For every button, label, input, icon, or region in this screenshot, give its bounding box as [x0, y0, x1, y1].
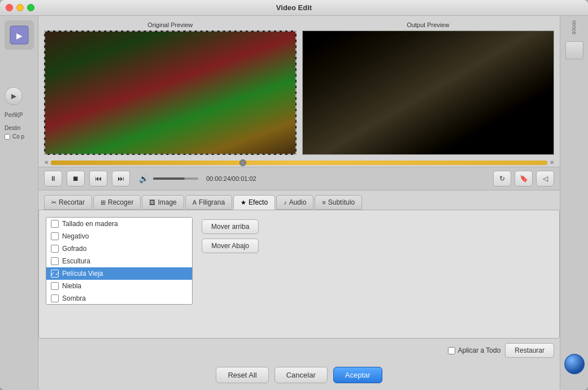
effect-checkbox-gofrado[interactable] [51, 245, 59, 253]
effect-checkbox-sombra[interactable] [51, 294, 59, 302]
effects-list-container: Tallado en madera Negativo Gofrado [46, 217, 193, 331]
time-display: 00:00:24/00:01:02 [206, 175, 256, 182]
cancel-button[interactable]: Cancelar [275, 367, 328, 383]
stop-button[interactable]: ⏹ [67, 171, 85, 187]
main-window: Video Edit ▶ ▶ Perfil(P Destin Co p [0, 0, 588, 390]
apply-all-label: Aplicar a Todo [448, 346, 500, 354]
effect-label-gofrado: Gofrado [62, 245, 86, 253]
blue-orb [564, 354, 585, 374]
tab-filigrana-label: Filigrana [199, 198, 225, 206]
filigrana-icon: A [193, 199, 197, 206]
center-area: Original Preview Output Preview [38, 16, 560, 390]
effect-checkbox-niebla[interactable] [51, 282, 59, 290]
output-preview-panel: Output Preview [302, 21, 555, 155]
timeline-close-right[interactable]: ✕ [550, 159, 554, 166]
effect-item-escultura[interactable]: Escultura [46, 255, 192, 267]
effect-item-pelicula[interactable]: ✓ Película Vieja [46, 267, 192, 280]
tab-filigrana[interactable]: A Filigrana [185, 195, 232, 210]
output-video [303, 31, 554, 154]
close-button[interactable] [6, 4, 13, 11]
svg-text:▶: ▶ [16, 31, 22, 40]
controls-bar: ⏸ ⏹ ⏮ ⏭ 🔊 00:00:24/00:01:02 ↻ 🔖 ◁ [38, 167, 560, 190]
tab-image-label: Image [158, 198, 176, 206]
tab-subtitulo[interactable]: ≡ Subtítulo [315, 195, 362, 210]
title-bar: Video Edit [0, 0, 588, 16]
effect-label-tallado: Tallado en madera [62, 220, 118, 228]
right-controls: ↻ 🔖 ◁ [493, 171, 554, 187]
effect-item-sombra[interactable]: Sombra [46, 292, 192, 305]
effect-item-niebla[interactable]: Niebla [46, 280, 192, 292]
bottom-buttons: Reset All Cancelar Aceptar [38, 362, 560, 390]
copy-label: Co p [12, 133, 24, 140]
effect-label-niebla: Niebla [62, 282, 81, 290]
right-panel-box [565, 41, 583, 59]
volume-slider[interactable] [153, 177, 198, 180]
reference-text: rence [571, 20, 577, 34]
effect-checkbox-escultura[interactable] [51, 257, 59, 265]
destino-label: Destin [5, 125, 20, 131]
audio-ctrl-button[interactable]: ◁ [536, 171, 554, 187]
tab-efecto-label: Efecto [249, 198, 268, 206]
image-icon: 🖼 [149, 199, 155, 206]
preview-section: Original Preview Output Preview [38, 16, 560, 158]
profil-label: Perfil(P [5, 112, 23, 118]
effect-checkbox-tallado[interactable] [51, 220, 59, 228]
subtitulo-icon: ≡ [322, 199, 325, 206]
right-sidebar: rence [560, 16, 588, 390]
window-controls [6, 4, 34, 11]
move-up-button[interactable]: Mover arriba [202, 219, 259, 234]
tab-audio[interactable]: ♪ Audio [276, 195, 313, 210]
pause-button[interactable]: ⏸ [44, 171, 62, 187]
tab-image[interactable]: 🖼 Image [142, 195, 184, 210]
minimize-button[interactable] [16, 4, 24, 11]
move-down-button[interactable]: Mover Abajo [202, 239, 259, 253]
effect-item-tallado[interactable]: Tallado en madera [46, 218, 192, 230]
effect-item-negativo[interactable]: Negativo [46, 230, 192, 242]
sidebar-icon-top: ▶ [5, 20, 34, 50]
prev-button[interactable]: ⏮ [89, 171, 107, 187]
effect-label-negativo: Negativo [62, 232, 89, 240]
main-content: ▶ ▶ Perfil(P Destin Co p Original Previe… [0, 16, 588, 390]
recoger-icon: ⊞ [101, 199, 106, 206]
reset-all-button[interactable]: Reset All [216, 367, 268, 383]
tab-recoger-label: Recoger [108, 198, 133, 206]
effect-checkbox-negativo[interactable] [51, 232, 59, 240]
effects-list: Tallado en madera Negativo Gofrado [46, 217, 193, 305]
effect-checkbox-pelicula[interactable]: ✓ [51, 270, 59, 278]
original-video [45, 32, 295, 154]
accept-button[interactable]: Aceptar [333, 367, 382, 383]
original-preview-label: Original Preview [147, 21, 193, 28]
effect-item-gofrado[interactable]: Gofrado [46, 242, 192, 255]
maximize-button[interactable] [27, 4, 34, 11]
svg-point-2 [565, 354, 584, 374]
checkmark-pelicula: ✓ [50, 271, 55, 277]
tab-efecto[interactable]: ★ Efecto [233, 195, 275, 210]
output-preview-frame [302, 31, 555, 155]
copy-row: Co p [5, 133, 24, 140]
apply-all-checkbox[interactable] [448, 347, 455, 354]
next-button[interactable]: ⏭ [112, 171, 130, 187]
bottom-options: Aplicar a Todo Restaurar [38, 339, 560, 362]
tab-subtitulo-label: Subtítulo [328, 198, 355, 206]
bookmark-button[interactable]: 🔖 [515, 171, 533, 187]
content-panel: Tallado en madera Negativo Gofrado [38, 210, 560, 339]
apply-all-text: Aplicar a Todo [458, 346, 500, 354]
tab-recortar-label: Recortar [59, 198, 85, 206]
effect-label-escultura: Escultura [62, 257, 90, 265]
tab-recoger[interactable]: ⊞ Recoger [93, 195, 141, 210]
output-preview-label: Output Preview [407, 21, 449, 28]
timeline-area: ✕ ✕ [38, 158, 560, 167]
play-side-button[interactable]: ▶ [5, 87, 23, 105]
original-preview-panel: Original Preview [44, 21, 297, 155]
restore-button[interactable]: Restaurar [505, 343, 554, 358]
timeline-close-left[interactable]: ✕ [44, 159, 49, 166]
timeline-thumb[interactable] [239, 159, 246, 166]
tab-audio-label: Audio [289, 198, 307, 206]
tab-recortar[interactable]: ✂ Recortar [44, 195, 92, 210]
audio-icon: ♪ [284, 199, 287, 206]
copy-checkbox[interactable] [5, 134, 10, 140]
effects-action-buttons: Mover arriba Mover Abajo [202, 217, 259, 331]
window-title: Video Edit [276, 3, 312, 12]
tabs-row: ✂ Recortar ⊞ Recoger 🖼 Image A Filigrana [44, 195, 554, 210]
rotate-button[interactable]: ↻ [493, 171, 511, 187]
